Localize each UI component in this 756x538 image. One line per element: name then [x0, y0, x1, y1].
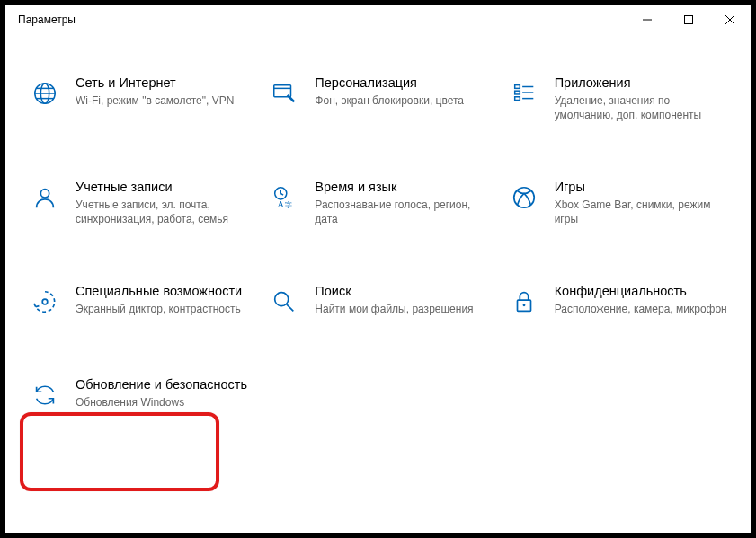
update-icon [27, 377, 63, 413]
apps-icon [506, 75, 542, 111]
close-icon [725, 15, 734, 24]
tile-title: Приложения [555, 74, 729, 92]
tile-time-language[interactable]: A 字 Время и язык Распознавание голоса, р… [262, 172, 493, 232]
tile-title: Сеть и Интернет [76, 74, 250, 92]
settings-grid: Сеть и Интернет Wi-Fi, режим "в самолете… [23, 68, 733, 419]
maximize-button[interactable] [668, 5, 709, 34]
tile-title: Персонализация [315, 74, 489, 92]
tile-desc: Wi-Fi, режим "в самолете", VPN [76, 93, 250, 108]
accessibility-icon [27, 284, 63, 320]
svg-point-24 [42, 299, 48, 304]
svg-rect-12 [514, 91, 520, 94]
search-icon [266, 284, 302, 320]
svg-point-25 [275, 293, 289, 306]
person-icon [27, 180, 63, 216]
tile-desc: Обновления Windows [76, 395, 250, 410]
minimize-button[interactable] [627, 5, 668, 34]
tile-apps[interactable]: Приложения Удаление, значения по умолчан… [503, 68, 733, 128]
globe-icon [27, 75, 63, 111]
tile-network[interactable]: Сеть и Интернет Wi-Fi, режим "в самолете… [23, 68, 253, 128]
tile-desc: Экранный диктор, контрастность [76, 302, 250, 316]
tile-desc: Xbox Game Bar, снимки, режим игры [555, 198, 729, 226]
svg-text:字: 字 [285, 200, 292, 209]
tile-gaming[interactable]: Игры Xbox Game Bar, снимки, режим игры [503, 172, 733, 232]
svg-rect-11 [514, 85, 520, 89]
close-button[interactable] [709, 5, 751, 34]
tile-accounts[interactable]: Учетные записи Учетные записи, эл. почта… [23, 172, 253, 232]
tile-title: Обновление и безопасность [76, 375, 250, 393]
tile-desc: Найти мои файлы, разрешения [315, 302, 489, 316]
settings-grid-container: Сеть и Интернет Wi-Fi, режим "в самолете… [5, 68, 751, 533]
maximize-icon [684, 15, 693, 24]
svg-point-17 [40, 190, 49, 198]
tile-title: Время и язык [315, 178, 489, 196]
tile-update-security[interactable]: Обновление и безопасность Обновления Win… [23, 370, 253, 419]
xbox-icon [506, 180, 542, 216]
tile-privacy[interactable]: Конфиденциальность Расположение, камера,… [503, 277, 733, 325]
settings-window: Параметры [5, 5, 751, 533]
svg-rect-1 [685, 16, 693, 24]
svg-text:A: A [278, 199, 285, 209]
lock-icon [506, 284, 542, 320]
window-controls [627, 5, 751, 34]
tile-search[interactable]: Поиск Найти мои файлы, разрешения [262, 277, 493, 325]
tile-desc: Фон, экран блокировки, цвета [315, 93, 489, 108]
tile-title: Игры [555, 178, 729, 196]
svg-rect-13 [514, 97, 520, 101]
paint-icon [266, 75, 302, 111]
time-language-icon: A 字 [266, 180, 302, 216]
tile-title: Поиск [315, 282, 489, 300]
tile-desc: Учетные записи, эл. почта, синхронизация… [76, 198, 250, 226]
tile-desc: Распознавание голоса, регион, дата [315, 198, 489, 226]
tile-title: Конфиденциальность [555, 282, 729, 300]
tile-desc: Расположение, камера, микрофон [555, 302, 729, 316]
tile-title: Учетные записи [76, 178, 250, 196]
titlebar: Параметры [5, 5, 751, 34]
tile-accessibility[interactable]: Специальные возможности Экранный диктор,… [23, 277, 253, 325]
minimize-icon [643, 15, 652, 24]
window-title: Параметры [18, 13, 76, 26]
svg-line-26 [287, 304, 294, 312]
tile-title: Специальные возможности [76, 282, 250, 300]
svg-point-28 [522, 304, 525, 306]
tile-desc: Удаление, значения по умолчанию, доп. ко… [555, 93, 729, 122]
svg-line-20 [281, 193, 284, 195]
tile-personalization[interactable]: Персонализация Фон, экран блокировки, цв… [262, 68, 493, 128]
